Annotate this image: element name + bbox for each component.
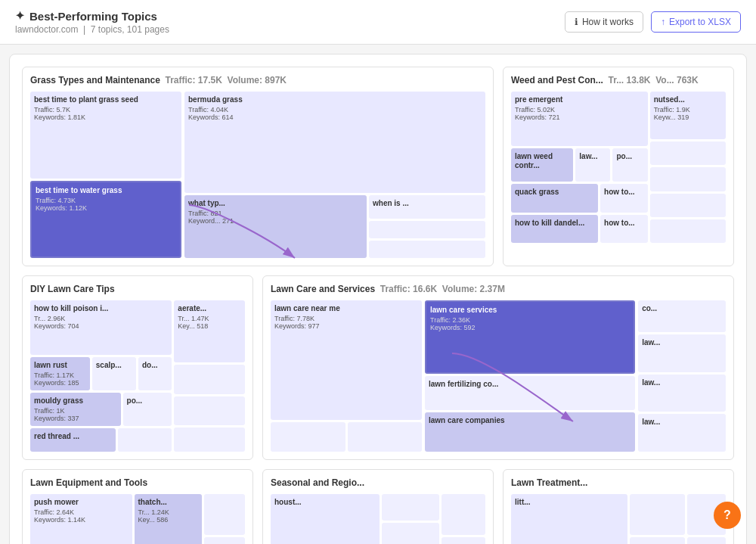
cell-what-typ[interactable]: what typ... Traffic: 821 Keyword... 271	[184, 195, 367, 258]
cell-small-w3[interactable]	[650, 194, 726, 217]
cell-small-eq1[interactable]	[204, 494, 245, 535]
seasonal-treemap: houst... how ...	[271, 494, 485, 544]
cell-small-t2[interactable]	[630, 537, 684, 545]
cell-do[interactable]: do...	[138, 357, 172, 390]
page-header: ✦ Best-Performing Topics lawndoctor.com …	[0, 0, 756, 45]
cell-how-kill-dandel[interactable]: how to kill dandel...	[511, 215, 598, 243]
cell-small-diy3[interactable]	[174, 396, 245, 426]
header-right: ℹ How it works ↑ Export to XLSX	[565, 11, 741, 33]
cell-small-eq2[interactable]	[204, 537, 245, 545]
how-it-works-button[interactable]: ℹ How it works	[565, 11, 643, 33]
info-icon: ℹ	[575, 17, 578, 27]
diy-treemap: how to kill poison i... Tr... 2.96K Keyw…	[30, 300, 245, 452]
cell-lawn-companies[interactable]: lawn care companies	[425, 412, 635, 452]
topic-equipment: Lawn Equipment and Tools push mower Traf…	[22, 469, 253, 544]
cell-small-diy4[interactable]	[174, 427, 245, 452]
header-title: ✦ Best-Performing Topics	[15, 9, 169, 23]
cell-small-diy2[interactable]	[174, 365, 245, 394]
cell-po-diy[interactable]: po...	[123, 393, 172, 426]
cell-law-sm[interactable]: law...	[575, 148, 610, 182]
header-subtitle: lawndoctor.com | 7 topics, 101 pages	[15, 24, 169, 35]
cell-law-3[interactable]: law...	[638, 414, 726, 452]
cell-small-t1[interactable]	[630, 494, 684, 535]
cell-small-s5[interactable]	[442, 537, 485, 545]
topic-grass-header: Grass Types and Maintenance Traffic: 17.…	[30, 75, 485, 85]
cell-lawn-rust[interactable]: lawn rust Traffic: 1.17K Keywords: 185	[30, 357, 90, 390]
cell-aerate[interactable]: aerate... Tr... 1.47K Key... 518	[174, 300, 245, 362]
cell-small-w1[interactable]	[650, 141, 726, 165]
export-button[interactable]: ↑ Export to XLSX	[651, 11, 741, 33]
equipment-treemap: push mower Traffic: 2.64K Keywords: 1.14…	[30, 494, 245, 544]
cell-small-s4[interactable]	[442, 494, 485, 535]
topic-grass-types: Grass Types and Maintenance Traffic: 17.…	[22, 67, 494, 266]
cell-pre-emergent[interactable]: pre emergent Traffic: 5.02K Keywords: 72…	[511, 92, 648, 146]
weed-treemap: pre emergent Traffic: 5.02K Keywords: 72…	[511, 92, 726, 243]
cell-small-w4[interactable]	[650, 219, 726, 243]
help-button[interactable]: ?	[714, 502, 741, 529]
cell-best-plant[interactable]: best time to plant grass seed Traffic: 5…	[30, 92, 181, 179]
cell-law-2[interactable]: law...	[638, 375, 726, 412]
cell-small-svc2[interactable]	[348, 422, 423, 452]
star-icon: ✦	[15, 9, 25, 23]
cell-when-is[interactable]: when is ...	[369, 195, 485, 219]
cell-small-2[interactable]	[369, 241, 485, 258]
topic-treatment: Lawn Treatment... litt...	[503, 469, 734, 544]
topic-lawn-services: Lawn Care and Services Traffic: 16.6K Vo…	[262, 275, 734, 460]
cell-quack[interactable]: quack grass	[511, 184, 598, 212]
cell-houst[interactable]: houst...	[271, 494, 380, 544]
cell-how-to-sm1[interactable]: how to...	[600, 184, 648, 212]
cell-co[interactable]: co...	[638, 300, 726, 332]
cell-po-sm[interactable]: po...	[612, 148, 647, 182]
cell-small-diy1[interactable]	[118, 428, 172, 452]
cell-lawn-care-near[interactable]: lawn care near me Traffic: 7.78K Keyword…	[271, 300, 422, 420]
cell-small-w2[interactable]	[650, 167, 726, 191]
cell-small-s1[interactable]	[382, 494, 440, 521]
cell-best-water[interactable]: best time to water grass Traffic: 4.73K …	[30, 181, 181, 258]
export-icon: ↑	[661, 17, 665, 27]
cell-lawn-care-svc[interactable]: lawn care services Traffic: 2.36K Keywor…	[425, 300, 635, 374]
cell-lawn-fertilizing[interactable]: lawn fertilizing co...	[425, 376, 635, 410]
cell-how-to-sm2[interactable]: how to...	[600, 215, 648, 243]
cell-bermuda[interactable]: bermuda grass Traffic: 4.04K Keywords: 6…	[184, 92, 485, 193]
cell-small-t4[interactable]	[687, 537, 726, 545]
cell-thatch[interactable]: thatch... Tr... 1.24K Key... 586	[135, 494, 203, 544]
topic-weed-pest: Weed and Pest Con... Tr... 13.8K Vo... 7…	[503, 67, 734, 266]
topics-container: Grass Types and Maintenance Traffic: 17.…	[9, 54, 747, 544]
cell-nutsed[interactable]: nutsed... Traffic: 1.9K Keyw... 319	[650, 92, 726, 139]
treatment-treemap: litt...	[511, 494, 726, 544]
cell-litt[interactable]: litt...	[511, 494, 627, 544]
cell-red-thread[interactable]: red thread ...	[30, 428, 116, 452]
topic-seasonal: Seasonal and Regio... houst... how ...	[262, 469, 494, 544]
cell-lawn-weed[interactable]: lawn weed contr...	[511, 148, 573, 182]
cell-small-1[interactable]	[369, 221, 485, 238]
cell-small-svc1[interactable]	[271, 422, 345, 452]
cell-push-mower[interactable]: push mower Traffic: 2.64K Keywords: 1.14…	[30, 494, 132, 544]
grass-treemap: best time to plant grass seed Traffic: 5…	[30, 92, 485, 258]
cell-small-s2[interactable]	[382, 523, 440, 544]
topic-diy: DIY Lawn Care Tips how to kill poison i.…	[22, 275, 253, 460]
header-left: ✦ Best-Performing Topics lawndoctor.com …	[15, 9, 169, 35]
cell-mouldy[interactable]: mouldy grass Traffic: 1K Keywords: 337	[30, 393, 121, 426]
cell-law-1[interactable]: law...	[638, 334, 726, 372]
cell-kill-poison[interactable]: how to kill poison i... Tr... 2.96K Keyw…	[30, 300, 172, 355]
cell-scalp[interactable]: scalp...	[92, 357, 136, 390]
services-treemap: lawn care near me Traffic: 7.78K Keyword…	[271, 300, 726, 452]
